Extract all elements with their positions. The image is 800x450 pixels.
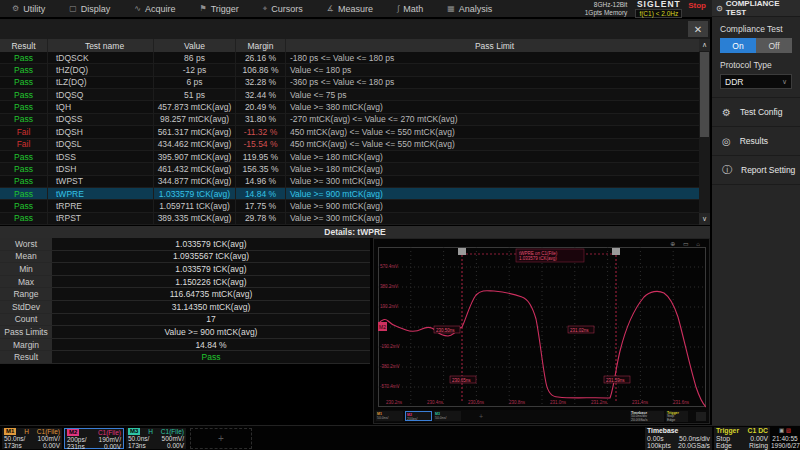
table-row[interactable]: Pass tDQSS 98.257 mtCK(avg) 31.80 % -270… (0, 114, 699, 126)
table-row[interactable]: Fail tDQSH 561.317 mtCK(avg) -11.32 % 45… (0, 126, 699, 138)
protocol-type-select[interactable]: DDR ∨ (720, 74, 792, 89)
table-row[interactable]: Fail tDQSL 434.462 mtCK(avg) -15.54 % 45… (0, 139, 699, 151)
brand-block: SIGLENT f(C1) < 2.0Hz (635, 0, 682, 18)
menu-item-analysis[interactable]: ▦Analysis (435, 0, 504, 17)
menu-item-acquire[interactable]: ∿Acquire (122, 0, 187, 17)
svg-text:-190.2mV: -190.2mV (380, 344, 400, 349)
margin-cell: 20.49 % (236, 101, 286, 112)
top-menu-bar: ⚙Utility ▢Display ∿Acquire ⚑Trigger ⌖Cur… (0, 0, 712, 17)
result-cell: Pass (0, 188, 48, 199)
table-row[interactable]: Pass tDQSQ 51 ps 32.44 % Value <= 75 ps (0, 89, 699, 101)
cursor-handle[interactable] (458, 248, 466, 255)
col-pass-limit: Pass Limit (286, 39, 699, 52)
test-name-cell: tDQSL (48, 139, 154, 150)
clock-time: 21:40:55 (771, 435, 799, 443)
channel-offset: 0.00V (104, 443, 121, 450)
topbar-status-cluster: 8GHz-12Bit 1Gpts Memory SIGLENT f(C1) < … (585, 0, 712, 17)
channel-descriptor-m2-selected[interactable]: M2 C1(File) 200ps/190mV/ 231ns0.00V (64, 428, 124, 449)
close-icon[interactable]: ✕ (688, 21, 708, 37)
menu-label: Utility (23, 4, 45, 14)
detail-row: StdDev31.14350 mtCK(avg) (0, 301, 370, 314)
channel-source: C1(File) (37, 428, 60, 435)
limit-cell: Value >= 180 mtCK(avg) (286, 151, 699, 162)
svg-text:230.50ns: 230.50ns (436, 328, 455, 333)
channel-offset: 0.00V (43, 442, 60, 449)
chart-icon: ▦ (447, 4, 455, 13)
detail-result-value: Pass (52, 351, 370, 363)
sidebar-item-report-setting[interactable]: ⓘ Report Setting (712, 156, 800, 185)
menu-item-utility[interactable]: ⚙Utility (0, 0, 57, 17)
menu-item-cursors[interactable]: ⌖Cursors (251, 0, 315, 17)
value-cell: 51 ps (154, 89, 236, 100)
test-name-cell: tRPST (48, 213, 154, 224)
svg-text:230.65ns: 230.65ns (452, 378, 471, 383)
mini-plus-icon: + (479, 413, 483, 420)
menu-item-trigger[interactable]: ⚑Trigger (187, 0, 250, 17)
channel-tag: H (148, 428, 153, 435)
cursor-handle[interactable] (612, 248, 620, 255)
trigger-descriptor[interactable]: TriggerC1 DC Stop0.00V EdgeRising (714, 427, 770, 450)
scroll-up-icon[interactable]: ∧ (699, 39, 710, 51)
channel-descriptor-m3[interactable]: M3 H C1(File) 50.0ns/500mV/ 173ns0.00V (126, 428, 186, 449)
channel-hscale: 200ps/ (67, 436, 87, 443)
margin-cell: 31.80 % (236, 114, 286, 125)
table-row[interactable]: Pass tHZ(DQ) -12 ps 106.86 % Value <= 18… (0, 64, 699, 76)
menu-item-math[interactable]: ∫Math (385, 0, 435, 17)
sidebar-item-test-config[interactable]: ⚙ Test Config (712, 98, 800, 127)
timebase-scale: 50.0ns/div (679, 435, 710, 443)
value-cell: 461.432 mtCK(avg) (154, 163, 236, 174)
scroll-down-icon[interactable]: ∨ (699, 213, 710, 225)
channel-descriptor-m1[interactable]: M1 H C1(File) 50.0ns/100mV/ 173ns0.00V (2, 428, 62, 449)
scrollbar-thumb[interactable] (700, 52, 709, 137)
limit-cell: -360 ps <= Value <= 180 ps (286, 77, 699, 88)
toggle-on-button[interactable]: On (720, 38, 756, 53)
scope-mini-statusbar: M1 50.0ns/ M2 200ps/ M3 50.0ns/ + Timeba… (374, 410, 709, 422)
channel-offset: 0.00V (167, 442, 184, 449)
detail-row: Worst1.033579 tCK(avg) (0, 238, 370, 251)
gear-icon: ⚙ (12, 4, 19, 13)
menu-item-measure[interactable]: ∡Measure (315, 0, 385, 17)
trigger-state: Stop (716, 435, 730, 443)
menu-label: Display (81, 4, 111, 14)
timebase-descriptor[interactable]: Timebase 0.00s50.0ns/div 100kpts20.0GSa/… (645, 427, 712, 450)
math-icon: ∫ (397, 4, 399, 13)
table-row[interactable]: Pass tDSS 395.907 mtCK(avg) 119.95 % Val… (0, 151, 699, 163)
limit-cell: -180 ps <= Value <= 180 ps (286, 52, 699, 63)
svg-text:-570.4mV: -570.4mV (380, 384, 400, 389)
svg-text:231.2ns: 231.2ns (591, 400, 608, 405)
result-cell: Pass (0, 200, 48, 211)
menu-item-display[interactable]: ▢Display (57, 0, 122, 17)
table-row[interactable]: Pass tLZ(DQ) 6 ps 32.28 % -360 ps <= Val… (0, 77, 699, 89)
info-icon: ⓘ (722, 163, 732, 177)
table-row[interactable]: Pass tDQSCK 86 ps 26.16 % -180 ps <= Val… (0, 52, 699, 64)
result-cell: Pass (0, 77, 48, 88)
channel-delay: 173ns (128, 442, 146, 449)
limit-cell: 450 mtCK(avg) <= Value <= 550 mtCK(avg) (286, 139, 699, 150)
sidebar-item-label: Results (740, 136, 768, 146)
svg-text:231.59ns: 231.59ns (606, 378, 625, 383)
table-row[interactable]: Pass tWPST 344.877 mtCK(avg) 14.96 % Val… (0, 176, 699, 188)
scope-toolbar-icons[interactable]: ⊕ ▭ ⌂ (670, 240, 703, 247)
sidebar-header[interactable]: ⊙ COMPLIANCE TEST (712, 0, 800, 17)
sidebar-item-results[interactable]: ◎ Results (712, 127, 800, 156)
detail-row: Min1.033579 tCK(avg) (0, 263, 370, 276)
margin-cell: 29.78 % (236, 213, 286, 224)
detail-value: Value >= 900 mtCK(avg) (52, 326, 370, 338)
detail-value: 31.14350 mtCK(avg) (52, 301, 370, 313)
table-row-selected[interactable]: Pass tWPRE 1.033579 tCK(avg) 14.84 % Val… (0, 188, 699, 200)
add-channel-button[interactable]: + (190, 428, 252, 449)
channel-vscale: 500mV/ (162, 435, 184, 442)
col-result: Result (0, 39, 48, 52)
table-scrollbar[interactable]: ∧ ∨ (699, 39, 710, 225)
table-row[interactable]: Pass tRPRE 1.059711 tCK(avg) 17.75 % Val… (0, 200, 699, 212)
channel-tag: H (24, 428, 29, 435)
table-row[interactable]: Pass tRPST 389.335 mtCK(avg) 29.78 % Val… (0, 213, 699, 225)
limit-cell: Value <= 75 ps (286, 89, 699, 100)
test-name-cell: tDQSCK (48, 52, 154, 63)
table-row[interactable]: Pass tDSH 461.432 mtCK(avg) 156.35 % Val… (0, 163, 699, 175)
detail-label: Result (0, 351, 52, 363)
mini-channel-m2: M2 200ps/ (405, 411, 432, 421)
toggle-off-button[interactable]: Off (756, 38, 792, 53)
menu-label: Trigger (211, 4, 239, 14)
table-row[interactable]: Pass tQH 457.873 mtCK(avg) 20.49 % Value… (0, 101, 699, 113)
